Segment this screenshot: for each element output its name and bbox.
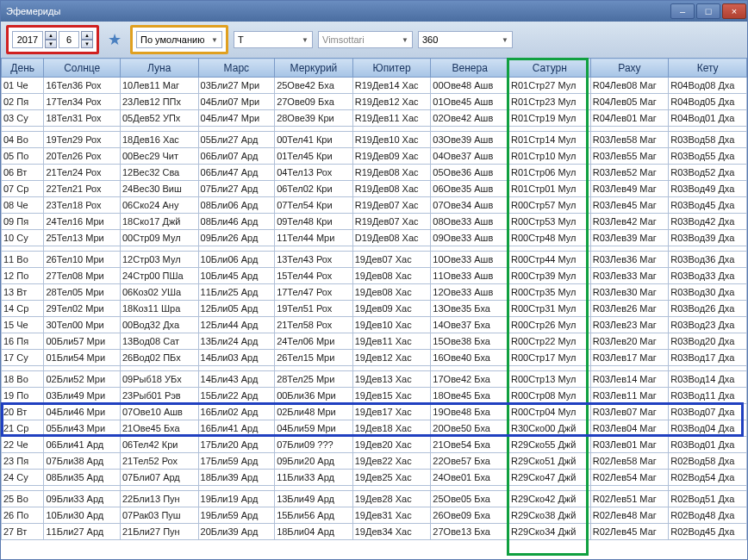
preset-select[interactable]: По умолчанию▼	[136, 31, 222, 48]
col-header[interactable]: Луна	[120, 59, 198, 78]
cell: 00Бли57 Мри	[44, 333, 121, 350]
minimize-button[interactable]: –	[670, 3, 695, 19]
table-row[interactable]: 04 Во19Тел29 Рох18Дев16 Хас05Бли27 Ард00…	[2, 132, 747, 148]
maximize-button[interactable]: □	[696, 3, 720, 19]
col-header[interactable]: Марс	[198, 59, 275, 78]
cell: 21Тел58 Рох	[275, 317, 353, 333]
table-row[interactable]: 16 Пя00Бли57 Мри13Вод08 Сат13Бли24 Ард24…	[2, 333, 747, 350]
table-row[interactable]: 07 Ср22Тел21 Рох24Вес30 Виш07Бли27 Ард06…	[2, 181, 747, 197]
table-row[interactable]: 03 Су18Тел31 Рох05Дев52 УПх04Бли47 Мри28…	[2, 110, 747, 127]
cell: R04Лев05 Маг	[590, 94, 669, 110]
star-icon[interactable]: ★	[108, 30, 122, 49]
cell: 00Тел41 Кри	[275, 132, 353, 148]
table-row[interactable]: 26 По10Бли30 Ард07Рак03 Пуш19Бли59 Ард15…	[2, 507, 747, 524]
field3-select[interactable]: Vimsottari▼	[318, 31, 413, 48]
table-row[interactable]: 25 Во09Бли33 Ард22Бли13 Пун19Бли19 Ард13…	[2, 491, 747, 507]
col-header[interactable]: День	[2, 59, 44, 78]
cell: 24 Су	[2, 470, 44, 486]
cell: 14Бли03 Ард	[198, 350, 275, 366]
table-row[interactable]: 05 По20Тел26 Рох00Вес29 Чит06Бли07 Ард01…	[2, 148, 747, 165]
cell: R03Вод49 Дха	[669, 181, 747, 197]
year-input[interactable]	[12, 31, 43, 48]
cell: 03 Су	[2, 110, 44, 127]
cell: R03Лев49 Маг	[590, 181, 669, 197]
table-row[interactable]: 17 Су01Бли54 Мри26Вод02 ПБх14Бли03 Ард26…	[2, 350, 747, 366]
col-header[interactable]: Кету	[669, 59, 747, 78]
close-button[interactable]: ×	[722, 3, 746, 19]
table-row[interactable]: 02 Пя17Тел34 Рох23Лев12 ППх04Бли07 Мри27…	[2, 94, 747, 110]
cell: 08Бли35 Ард	[44, 470, 121, 486]
table-row[interactable]: 24 Су08Бли35 Ард07Бли07 Ард18Бли39 Ард11…	[2, 470, 747, 486]
cell: 17 Су	[2, 350, 44, 366]
col-header[interactable]: Меркурий	[275, 59, 353, 78]
table-row[interactable]: 10 Су25Тел13 Мри00Стр09 Мул09Бли26 Ард11…	[2, 230, 747, 246]
table-row[interactable]: 15 Че30Тел00 Мри00Вод32 Дха12Бли44 Ард21…	[2, 317, 747, 333]
cell: 26 По	[2, 507, 44, 524]
table-row[interactable]: 18 Во02Бли52 Мри09Рыб18 УБх14Бли43 Ард28…	[2, 371, 747, 388]
table-row[interactable]: 08 Че23Тел18 Рох06Ско24 Ану08Бли06 Ард07…	[2, 197, 747, 214]
cell: 00Вод32 Дха	[120, 317, 198, 333]
field4-select[interactable]: 360▼	[418, 31, 513, 48]
table-row[interactable]: 22 Че06Бли41 Ард06Тел42 Кри17Бли20 Ард07…	[2, 437, 747, 453]
cell: 25 Во	[2, 491, 44, 507]
cell: 18Тел31 Рох	[44, 110, 121, 127]
cell: 22 Че	[2, 437, 44, 453]
cell: R19Дев08 Хас	[352, 165, 431, 181]
cell: R03Вод07 Дха	[669, 404, 747, 420]
table-container: ДеньСолнцеЛунаМарсМеркурийЮпитерВенераСа…	[1, 58, 747, 559]
year-spinner[interactable]: ▲▼	[45, 31, 57, 48]
cell: R19Дев07 Хас	[352, 197, 431, 214]
table-row[interactable]: 21 Ср05Бли43 Мри21Ове45 Бха16Бли41 Ард04…	[2, 420, 747, 437]
cell: R02Вод51 Дха	[669, 491, 747, 507]
table-row[interactable]: 23 Пя07Бли38 Ард21Тел52 Рох17Бли59 Ард09…	[2, 453, 747, 470]
table-row[interactable]: 01 Че16Тел36 Рох10Лев11 Маг03Бли27 Мри25…	[2, 78, 747, 94]
col-header[interactable]: Юпитер	[352, 59, 431, 78]
cell: 19Дев08 Хас	[352, 284, 431, 301]
cell: 02Ове42 Ашв	[431, 110, 509, 127]
cell: 15Ове38 Бха	[431, 333, 509, 350]
cell: R03Лев07 Маг	[590, 404, 669, 420]
cell: R04Лев08 Маг	[590, 78, 669, 94]
chevron-down-icon: ▼	[302, 36, 309, 44]
field2-select[interactable]: T▼	[234, 31, 313, 48]
table-row[interactable]: 06 Вт21Тел24 Рох12Вес32 Сва06Бли47 Ард04…	[2, 165, 747, 181]
cell: 20Бли39 Ард	[198, 524, 275, 540]
table-row[interactable]: 12 По27Тел08 Мри24Стр00 ПШа10Бли45 Ард15…	[2, 268, 747, 284]
cell: R03Вод23 Дха	[669, 317, 747, 333]
cell: R29Ско38 Джй	[508, 507, 590, 524]
cell: R29Ско51 Джй	[508, 453, 590, 470]
cell: 07Бли27 Ард	[198, 181, 275, 197]
cell: R00Стр04 Мул	[508, 404, 590, 420]
col-header[interactable]: Венера	[431, 59, 509, 78]
month-input[interactable]	[59, 31, 79, 48]
month-spinner[interactable]: ▲▼	[81, 31, 93, 48]
cell: 13Ове35 Бха	[431, 301, 509, 317]
table-row[interactable]: 11 Во26Тел10 Мри12Стр03 Мул10Бли06 Ард13…	[2, 252, 747, 268]
cell: 11Бли25 Ард	[198, 284, 275, 301]
cell: 06Ско24 Ану	[120, 197, 198, 214]
cell: 15 Че	[2, 317, 44, 333]
cell: 17Ове42 Бха	[431, 371, 509, 388]
cell: 00Стр09 Мул	[120, 230, 198, 246]
cell: 03Ове39 Ашв	[431, 132, 509, 148]
cell: 00Бли36 Мри	[275, 388, 353, 404]
cell: 01Тел45 Кри	[275, 148, 353, 165]
cell: R19Дев08 Хас	[352, 181, 431, 197]
table-row[interactable]: 14 Ср29Тел02 Мри18Коз11 Шра12Бли05 Ард19…	[2, 301, 747, 317]
table-row[interactable]: 13 Вт28Тел05 Мри06Коз02 УШа11Бли25 Ард17…	[2, 284, 747, 301]
table-row[interactable]: 27 Вт11Бли27 Ард21Бли27 Пун20Бли39 Ард18…	[2, 524, 747, 540]
cell: R03Вод39 Дха	[669, 230, 747, 246]
col-header[interactable]: Раху	[590, 59, 669, 78]
cell: R19Дев10 Хас	[352, 132, 431, 148]
cell: 00Ове48 Ашв	[431, 78, 509, 94]
table-row[interactable]: 09 Пя24Тел16 Мри18Ско17 Джй08Бли46 Ард09…	[2, 214, 747, 230]
col-header[interactable]: Сатурн	[508, 59, 590, 78]
cell: R03Лев01 Маг	[590, 437, 669, 453]
cell: R03Вод17 Дха	[669, 350, 747, 366]
table-row[interactable]: 20 Вт04Бли46 Мри07Ове10 Ашв16Бли02 Ард02…	[2, 404, 747, 420]
cell: 19Дев11 Хас	[352, 333, 431, 350]
cell: 17Бли20 Ард	[198, 437, 275, 453]
col-header[interactable]: Солнце	[44, 59, 121, 78]
table-row[interactable]: 19 По03Бли49 Мри23Рыб01 Рэв15Бли22 Ард00…	[2, 388, 747, 404]
cell: R03Лев04 Маг	[590, 420, 669, 437]
